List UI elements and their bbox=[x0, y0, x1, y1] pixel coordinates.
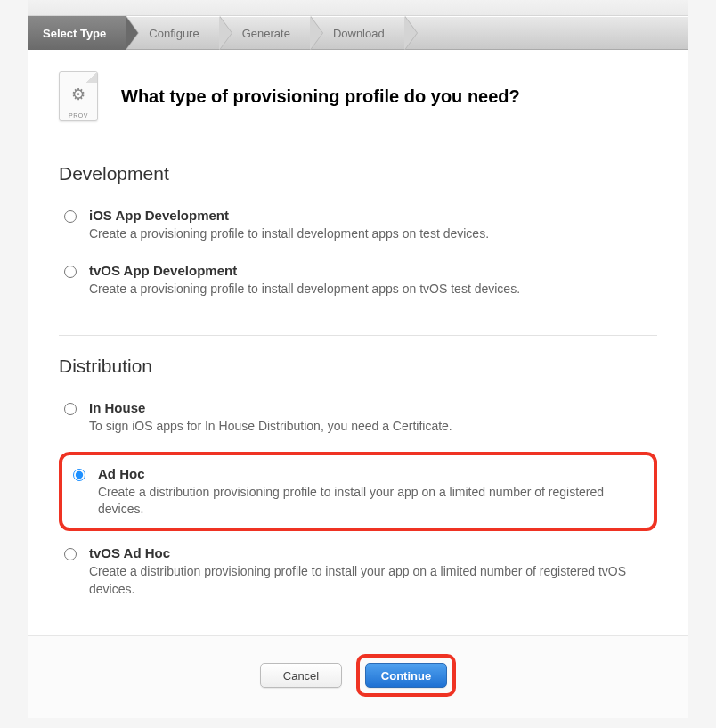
step-configure[interactable]: Configure bbox=[126, 16, 218, 50]
section-distribution: Distribution In House To sign iOS apps f… bbox=[59, 356, 657, 614]
radio-in-house[interactable] bbox=[64, 403, 77, 415]
page-title: What type of provisioning profile do you… bbox=[121, 86, 520, 107]
option-desc: Create a provisioning profile to install… bbox=[89, 281, 652, 299]
option-desc: Create a distribution provisioning profi… bbox=[98, 484, 643, 519]
option-desc: To sign iOS apps for In House Distributi… bbox=[89, 418, 652, 436]
bottom-bar: Cancel Continue bbox=[28, 635, 688, 718]
divider bbox=[59, 143, 657, 143]
section-title-development: Development bbox=[59, 163, 657, 184]
radio-ad-hoc[interactable] bbox=[73, 469, 85, 481]
provisioning-profile-icon: ⚙ PROV bbox=[59, 71, 98, 121]
cancel-button[interactable]: Cancel bbox=[260, 663, 342, 688]
highlight-continue: Continue bbox=[356, 654, 456, 697]
section-development: Development iOS App Development Create a… bbox=[59, 163, 657, 314]
option-title: tvOS App Development bbox=[89, 263, 652, 278]
option-desc: Create a provisioning profile to install… bbox=[89, 225, 652, 243]
option-title: tvOS Ad Hoc bbox=[89, 545, 652, 560]
option-tvos-ad-hoc[interactable]: tvOS Ad Hoc Create a distribution provis… bbox=[59, 542, 657, 614]
radio-tvos-app-development[interactable] bbox=[64, 266, 77, 278]
gear-icon: ⚙ bbox=[71, 86, 85, 102]
radio-ios-app-development[interactable] bbox=[64, 210, 77, 223]
option-tvos-app-development[interactable]: tvOS App Development Create a provisioni… bbox=[59, 259, 657, 315]
step-download[interactable]: Download bbox=[310, 16, 404, 50]
option-ios-app-development[interactable]: iOS App Development Create a provisionin… bbox=[59, 204, 657, 259]
option-title: Ad Hoc bbox=[98, 466, 643, 481]
option-in-house[interactable]: In House To sign iOS apps for In House D… bbox=[59, 397, 657, 452]
continue-button[interactable]: Continue bbox=[365, 663, 447, 688]
divider bbox=[59, 335, 657, 336]
option-ad-hoc[interactable]: Ad Hoc Create a distribution provisionin… bbox=[68, 462, 648, 522]
option-title: iOS App Development bbox=[89, 208, 652, 223]
step-bar: Select Type Configure Generate Download bbox=[28, 16, 688, 50]
radio-tvos-ad-hoc[interactable] bbox=[64, 548, 77, 560]
highlight-ad-hoc: Ad Hoc Create a distribution provisionin… bbox=[59, 452, 657, 531]
option-title: In House bbox=[89, 400, 652, 415]
step-select-type[interactable]: Select Type bbox=[28, 16, 126, 50]
option-desc: Create a distribution provisioning profi… bbox=[89, 563, 652, 598]
section-title-distribution: Distribution bbox=[59, 356, 657, 377]
step-generate[interactable]: Generate bbox=[219, 16, 310, 50]
